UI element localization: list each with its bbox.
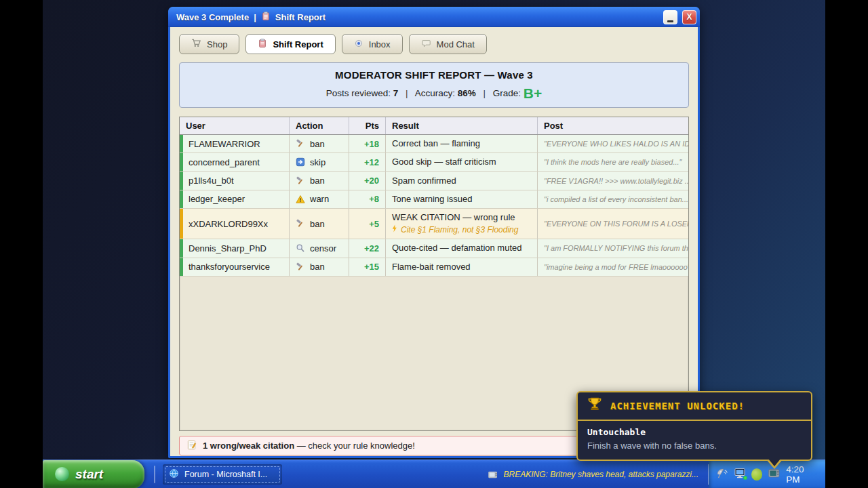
clipboard-icon (261, 11, 271, 23)
pts-cell: +12 (349, 153, 386, 171)
speech-bubble-icon (421, 39, 431, 50)
warning-icon (296, 195, 305, 204)
minimize-icon (667, 20, 673, 22)
action-cell: ban (290, 172, 349, 190)
start-label: start (75, 467, 103, 482)
result-cell: Quote-cited — defamation muted (386, 239, 538, 257)
post-cell: "i compiled a list of every inconsistent… (538, 190, 688, 208)
user-cell: FLAMEWARRIOR (180, 135, 290, 152)
citation-note-text: Cite §1 Flaming, not §3 Flooding (401, 225, 518, 235)
skip-arrow-icon (296, 157, 305, 167)
tab-inbox-label: Inbox (369, 39, 391, 49)
start-button[interactable]: start (43, 460, 144, 488)
pts-cell: +20 (349, 172, 386, 190)
warning-bold: 1 wrong/weak citation (203, 441, 294, 451)
pts-cell: +5 (349, 209, 386, 239)
tv-icon (488, 470, 498, 479)
col-pts: Pts (349, 117, 386, 134)
cart-icon (191, 38, 201, 50)
action-label: censor (310, 243, 336, 253)
network-monitor-icon[interactable] (734, 467, 746, 481)
user-cell: xXDARKLORD99Xx (180, 209, 290, 239)
tv-tray-icon[interactable] (768, 468, 781, 480)
pts-cell: +18 (349, 135, 386, 152)
table-row: Dennis_Sharp_PhD censor +22 Quote-cited … (180, 239, 688, 258)
citation-note: Cite §1 Flaming, not §3 Flooding (392, 224, 518, 235)
clipboard-icon (258, 38, 267, 50)
close-icon: X (686, 12, 692, 22)
achievement-pointer (766, 460, 783, 469)
close-button[interactable]: X (682, 10, 696, 24)
pts-cell: +8 (349, 190, 386, 208)
tab-bar: Shop Shift Report Inbox (179, 34, 689, 54)
achievement-header: ACHIEVEMENT UNLOCKED! (578, 392, 811, 421)
tab-inbox[interactable]: Inbox (342, 34, 403, 54)
window-title-left: Wave 3 Complete (176, 12, 249, 22)
grade-label: Grade: (493, 88, 521, 98)
accuracy-value: 86% (458, 88, 476, 98)
posts-reviewed-value: 7 (393, 88, 399, 98)
post-cell: "I think the mods here are really biased… (538, 153, 688, 171)
achievement-description: Finish a wave with no false bans. (587, 441, 802, 451)
tab-shop-label: Shop (207, 39, 227, 49)
table-row: p1lls4u_b0t ban +20 Spam confirmed "FREE… (180, 172, 688, 190)
table-row: thanksforyourservice ban +15 Flame-bait … (180, 258, 688, 277)
report-title: MODERATOR SHIFT REPORT — Wave 3 (180, 69, 688, 81)
table-row: concerned_parent skip +12 Good skip — st… (180, 153, 688, 171)
achievement-title: ACHIEVEMENT UNLOCKED! (610, 401, 745, 411)
satellite-icon[interactable] (716, 467, 728, 481)
stat-divider: | (406, 88, 408, 98)
pts-cell: +22 (349, 239, 386, 257)
hammer-icon (296, 219, 305, 228)
accuracy-label: Accuracy: (415, 88, 455, 98)
taskbar-divider (154, 466, 155, 483)
green-status-orb-icon[interactable] (751, 468, 762, 481)
table-row-weak-citation: xXDARKLORD99Xx ban +5 WEAK CITATION — wr… (180, 209, 688, 239)
action-label: ban (310, 176, 325, 186)
table-row: ledger_keeper warn +8 Tone warning issue… (180, 190, 688, 209)
status-dot-icon (743, 476, 747, 480)
pts-cell: +15 (349, 258, 386, 276)
stat-divider: | (483, 88, 486, 98)
action-cell: ban (290, 135, 349, 152)
taskbar-item-forum[interactable]: Forum - Microshaft I... (163, 464, 282, 485)
warning-text: 1 wrong/weak citation — check your rule … (203, 441, 415, 451)
post-cell: "I am FORMALLY NOTIFYING this forum tha.… (538, 239, 688, 257)
globe-icon (169, 468, 179, 481)
taskbar-clock: 4:20 PM (786, 464, 817, 485)
action-label: ban (310, 139, 325, 149)
table-header-row: User Action Pts Result Post (180, 117, 688, 135)
action-label: warn (310, 194, 329, 204)
screen: Wave 3 Complete | Shift Report X Shop (0, 0, 868, 488)
result-cell: WEAK CITATION — wrong rule Cite §1 Flami… (386, 209, 538, 239)
tab-shop[interactable]: Shop (179, 34, 239, 54)
posts-reviewed-label: Posts reviewed: (326, 88, 391, 98)
result-cell: Flame-bait removed (386, 258, 538, 276)
user-cell: concerned_parent (180, 153, 290, 171)
radio-dot-icon (354, 39, 363, 50)
title-divider: | (254, 12, 256, 22)
result-cell: Correct ban — flaming (386, 135, 538, 152)
result-label: WEAK CITATION — wrong rule (392, 212, 518, 223)
hammer-icon (296, 139, 305, 148)
shift-report-table: User Action Pts Result Post FLAMEWARRIOR… (179, 117, 689, 431)
user-cell: p1lls4u_b0t (180, 172, 290, 190)
post-cell: "FREE V1AGRA!! >>> www.totallylegit.biz … (538, 172, 688, 190)
tab-shift-report[interactable]: Shift Report (245, 34, 335, 54)
achievement-body: Untouchable Finish a wave with no false … (578, 421, 811, 460)
minimize-button[interactable] (663, 10, 677, 24)
tab-mod-chat-label: Mod Chat (437, 39, 475, 49)
col-action: Action (290, 117, 349, 134)
col-post: Post (538, 117, 688, 134)
grade-value: B+ (524, 85, 542, 101)
tab-mod-chat[interactable]: Mod Chat (409, 34, 487, 54)
warning-rest: — check your rule knowledge! (297, 441, 415, 451)
window-titlebar[interactable]: Wave 3 Complete | Shift Report X (168, 7, 700, 27)
taskbar-item-label: Forum - Microshaft I... (184, 470, 267, 479)
action-label: ban (310, 219, 325, 229)
hammer-icon (296, 262, 305, 272)
action-cell: censor (290, 239, 349, 257)
trophy-icon (587, 396, 603, 415)
action-cell: warn (290, 190, 349, 208)
post-cell: "EVERYONE WHO LIKES HALDO IS AN IDIO..." (538, 135, 688, 152)
